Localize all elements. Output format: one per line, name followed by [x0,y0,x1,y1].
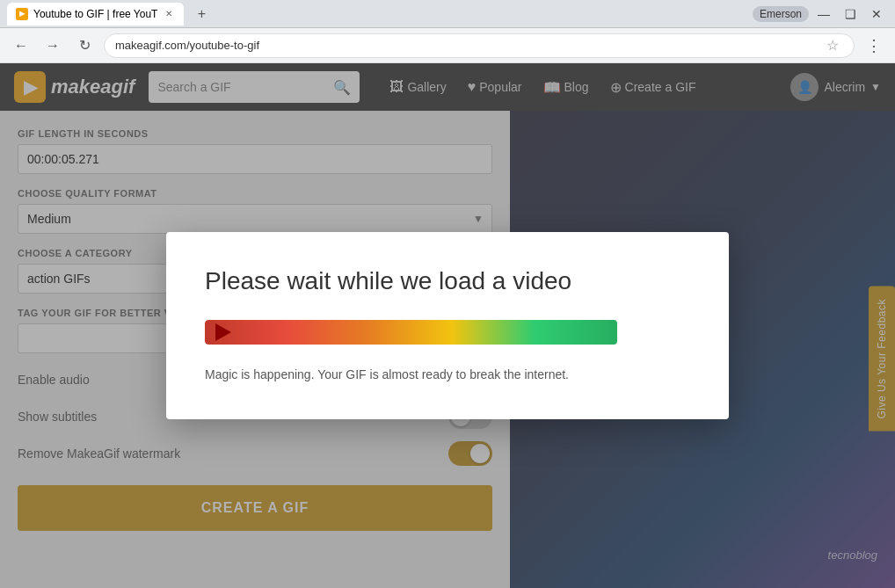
titlebar-right: Emerson — ❑ ✕ [753,3,888,25]
bookmark-button[interactable]: ☆ [822,35,843,56]
tab-title: Youtube to GIF | free YouT [33,8,157,20]
reload-button[interactable]: ↻ [72,33,97,58]
restore-button[interactable]: ❑ [839,3,862,25]
page-content: ▶ makeagif 🔍 🖼 Gallery ♥ Popular 📖 Blog … [0,63,895,588]
titlebar-left: ▶ Youtube to GIF | free YouT ✕ + [7,3,212,25]
close-window-button[interactable]: ✕ [865,3,888,25]
modal-title: Please wait while we load a video [205,267,690,295]
forward-button[interactable]: → [40,33,65,58]
back-button[interactable]: ← [9,33,33,58]
url-bar[interactable]: makeagif.com/youtube-to-gif ☆ [104,33,855,58]
minimize-button[interactable]: — [812,3,835,25]
modal-overlay: Please wait while we load a video Magic … [0,63,895,588]
url-text: makeagif.com/youtube-to-gif [115,39,817,52]
progress-arrow-icon [215,323,231,341]
tab-close-button[interactable]: ✕ [163,8,175,20]
progress-bar-fill [205,320,617,345]
tab-favicon: ▶ [16,8,28,20]
addressbar: ← → ↻ makeagif.com/youtube-to-gif ☆ ⋮ [0,28,895,63]
new-tab-button[interactable]: + [191,4,212,25]
modal-message: Magic is happening. Your GIF is almost r… [205,366,690,384]
progress-bar-container [205,320,690,345]
browser-tab[interactable]: ▶ Youtube to GIF | free YouT ✕ [7,3,184,25]
more-options-button[interactable]: ⋮ [862,33,886,58]
user-chip: Emerson [753,6,809,22]
titlebar: ▶ Youtube to GIF | free YouT ✕ + Emerson… [0,0,895,28]
loading-modal: Please wait while we load a video Magic … [166,232,729,419]
